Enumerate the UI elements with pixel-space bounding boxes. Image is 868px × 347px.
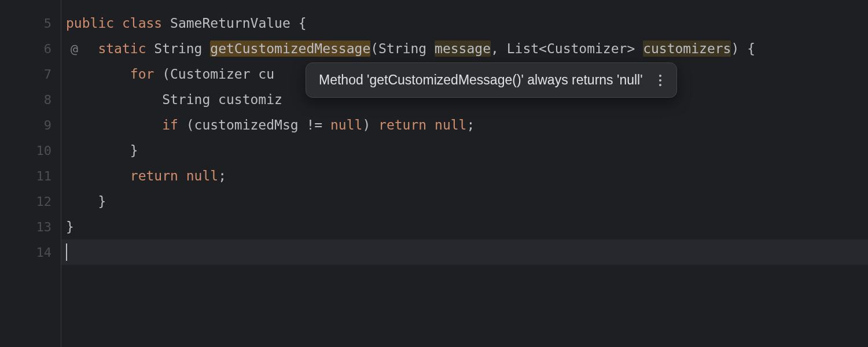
semicolon: ;	[218, 168, 226, 183]
text: String customiz	[162, 92, 282, 107]
line-number: 6 @	[0, 36, 61, 61]
null-literal: null	[186, 168, 218, 183]
line-number: 5	[0, 10, 61, 36]
null-literal: null	[435, 117, 466, 132]
keyword: for	[130, 67, 155, 82]
code-line[interactable]: if (customizedMsg != null) return null;	[61, 112, 868, 138]
inspection-tooltip[interactable]: Method 'getCustomizedMessage()' always r…	[306, 62, 677, 98]
brace: }	[66, 219, 74, 234]
type: String	[378, 41, 426, 56]
parameter-highlighted: customizers	[643, 40, 731, 57]
semicolon: ;	[466, 117, 475, 132]
line-number: 10	[0, 138, 61, 163]
class-name: SameReturnValue	[170, 16, 290, 31]
inspection-tooltip-text: Method 'getCustomizedMessage()' always r…	[319, 72, 643, 88]
line-number: 14	[0, 239, 61, 265]
line-number: 13	[0, 214, 61, 239]
code-line-current[interactable]	[61, 239, 868, 265]
null-literal: null	[330, 117, 362, 132]
line-number: 12	[0, 189, 61, 214]
code-editor[interactable]: 5 6 @ 7 8 9 10 11 12 13 14 public class …	[0, 0, 868, 347]
brace: }	[98, 194, 106, 209]
keyword: if	[162, 117, 178, 132]
text: (customizedMsg !=	[178, 117, 330, 132]
more-actions-icon[interactable]	[657, 73, 664, 87]
type: List<Customizer>	[507, 41, 635, 56]
comma: ,	[491, 41, 507, 56]
code-line[interactable]: static String getCustomizedMessage(Strin…	[61, 36, 868, 61]
code-line[interactable]: }	[61, 138, 868, 163]
type: String	[154, 41, 202, 56]
keyword: static	[98, 41, 146, 56]
code-line[interactable]: }	[61, 214, 868, 239]
paren-brace: ) {	[731, 41, 755, 56]
code-line[interactable]: }	[61, 189, 868, 214]
brace: }	[130, 143, 138, 158]
line-number-gutter: 5 6 @ 7 8 9 10 11 12 13 14	[0, 0, 61, 347]
code-line[interactable]: public class SameReturnValue {	[61, 10, 868, 36]
keyword: return	[378, 117, 426, 132]
text-caret	[66, 243, 67, 261]
parameter-highlighted: message	[435, 40, 491, 57]
code-text-area[interactable]: public class SameReturnValue { static St…	[61, 0, 868, 347]
text: (Customizer cu	[154, 67, 274, 82]
paren: (	[370, 41, 378, 56]
line-number: 11	[0, 163, 61, 189]
keyword: return	[130, 168, 178, 183]
line-number: 9	[0, 112, 61, 138]
line-number: 8	[0, 87, 61, 112]
method-name-highlighted: getCustomizedMessage	[210, 40, 370, 57]
brace: {	[290, 16, 307, 31]
keyword: class	[122, 16, 162, 31]
paren: )	[362, 117, 378, 132]
code-line[interactable]: return null;	[61, 163, 868, 189]
line-number: 7	[0, 61, 61, 87]
keyword: public	[66, 16, 114, 31]
